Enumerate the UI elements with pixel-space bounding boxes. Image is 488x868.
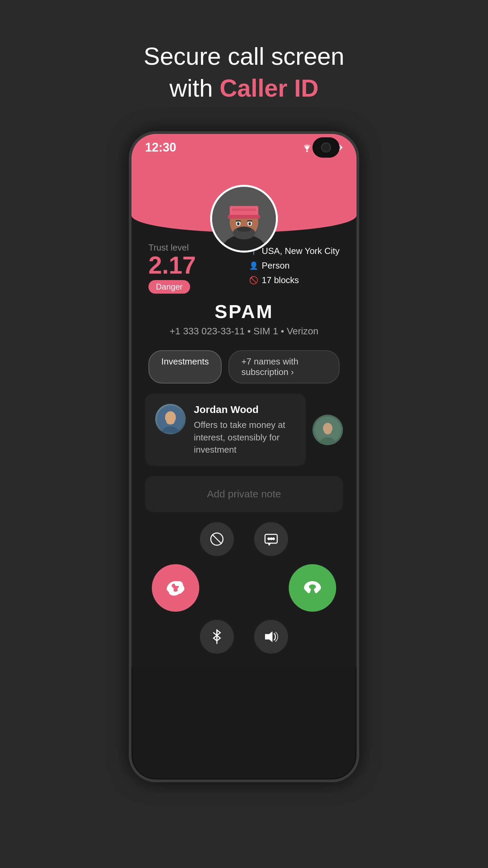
svg-rect-21 bbox=[236, 220, 241, 222]
blocks-text: 17 blocks bbox=[262, 275, 299, 285]
location-detail: 📍 USA, New York City bbox=[249, 246, 340, 256]
bluetooth-button[interactable] bbox=[200, 620, 234, 654]
details-panel: 📍 USA, New York City 👤 Person 🚫 17 block… bbox=[249, 246, 340, 285]
comment-content: Jordan Wood Offers to take money at inte… bbox=[194, 404, 296, 456]
comment-section: Jordan Wood Offers to take money at inte… bbox=[145, 394, 343, 466]
add-note-area[interactable]: Add private note bbox=[145, 476, 343, 512]
bottom-actions bbox=[131, 512, 357, 667]
person-detail: 👤 Person bbox=[249, 260, 340, 271]
caller-name: SPAM bbox=[215, 300, 273, 322]
camera-notch bbox=[312, 137, 340, 158]
blocks-detail: 🚫 17 blocks bbox=[249, 275, 340, 285]
svg-point-30 bbox=[324, 430, 331, 434]
block-button[interactable] bbox=[200, 522, 234, 556]
svg-rect-16 bbox=[232, 209, 256, 211]
svg-point-36 bbox=[273, 538, 274, 540]
svg-rect-22 bbox=[247, 220, 252, 222]
tags-row: Investments +7 names with subscription › bbox=[131, 350, 357, 383]
svg-point-35 bbox=[270, 538, 272, 540]
status-time: 12:30 bbox=[145, 140, 176, 155]
page-title: Secure call screen with Caller ID bbox=[144, 41, 344, 104]
message-button[interactable] bbox=[254, 522, 288, 556]
reviewer-name: Jordan Wood bbox=[194, 404, 296, 415]
svg-rect-15 bbox=[228, 215, 260, 219]
comment-text: Offers to take money at interest, ostens… bbox=[194, 419, 296, 456]
phone-content: Trust level 2.17 Danger 📍 USA, New York … bbox=[131, 215, 357, 667]
svg-point-13 bbox=[237, 227, 251, 232]
svg-point-0 bbox=[306, 151, 308, 152]
add-note-placeholder: Add private note bbox=[207, 488, 281, 500]
decline-button[interactable] bbox=[152, 564, 199, 612]
main-action-row bbox=[145, 564, 343, 612]
reviewer-avatar bbox=[155, 404, 186, 434]
trust-value: 2.17 bbox=[148, 253, 196, 277]
caller-number: +1 333 023-33-11 • SIM 1 • Verizon bbox=[169, 326, 318, 337]
trust-panel: Trust level 2.17 Danger bbox=[148, 242, 196, 294]
top-action-row bbox=[145, 522, 343, 556]
svg-point-26 bbox=[166, 419, 175, 425]
avatar bbox=[210, 185, 278, 253]
volume-button[interactable] bbox=[254, 620, 288, 654]
person-text: Person bbox=[262, 260, 289, 271]
location-text: USA, New York City bbox=[262, 246, 340, 256]
svg-marker-38 bbox=[265, 631, 272, 642]
svg-line-32 bbox=[212, 534, 222, 544]
svg-rect-7 bbox=[341, 146, 342, 149]
danger-badge: Danger bbox=[148, 280, 190, 294]
comment-card: Jordan Wood Offers to take money at inte… bbox=[145, 394, 306, 466]
accept-button[interactable] bbox=[289, 564, 336, 612]
block-icon: 🚫 bbox=[249, 276, 258, 285]
side-avatar bbox=[312, 415, 343, 445]
tag-investments[interactable]: Investments bbox=[148, 350, 222, 383]
svg-point-19 bbox=[237, 222, 240, 225]
status-bar: 12:30 bbox=[131, 134, 357, 161]
person-icon: 👤 bbox=[249, 261, 258, 270]
tag-subscription[interactable]: +7 names with subscription › bbox=[228, 350, 340, 383]
phone-frame: 12:30 bbox=[129, 131, 359, 782]
bottom-action-row bbox=[145, 620, 343, 654]
svg-point-20 bbox=[248, 222, 251, 225]
svg-point-34 bbox=[268, 538, 270, 540]
camera-lens bbox=[321, 142, 331, 153]
wifi-icon bbox=[301, 143, 313, 152]
avatar-image bbox=[212, 187, 276, 251]
